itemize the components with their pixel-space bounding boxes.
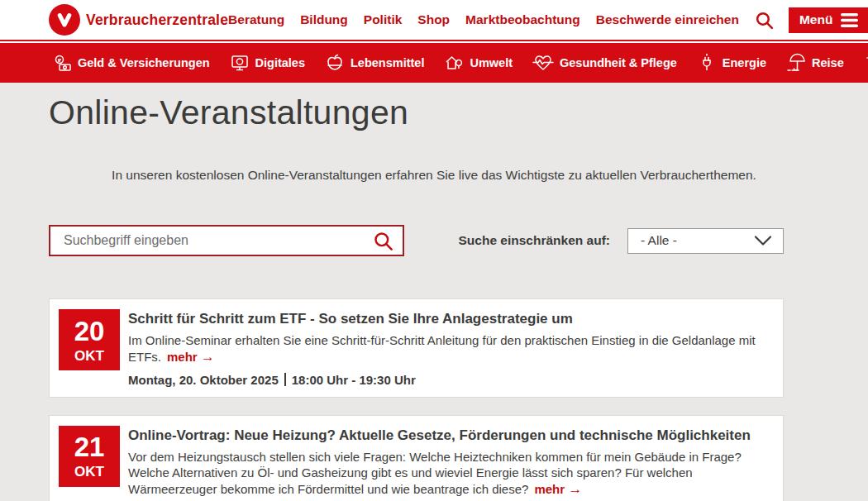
nav-item-bildung[interactable]: Bildung xyxy=(300,12,348,27)
top-header: Verbraucherzentrale Beratung Bildung Pol… xyxy=(0,0,868,41)
event-card: 21 OKT Online-Vortrag: Neue Heizung? Akt… xyxy=(49,415,784,501)
money-icon xyxy=(52,53,72,73)
category-bar: Geld & Versicherungen Digitales Lebensmi… xyxy=(0,43,868,83)
more-link[interactable]: mehr → xyxy=(167,350,214,364)
event-content: Online-Vortrag: Neue Heizung? Aktuelle G… xyxy=(128,426,774,501)
plug-icon xyxy=(697,53,717,73)
category-vertraege[interactable]: Verträge xyxy=(864,53,868,73)
more-link-label: mehr xyxy=(534,482,565,496)
category-label: Umwelt xyxy=(470,56,513,69)
category-label: Gesundheit & Pflege xyxy=(560,56,677,69)
event-content: Schritt für Schritt zum ETF - So setzen … xyxy=(128,309,774,387)
page-title: Online-Veranstaltungen xyxy=(49,93,868,132)
category-digitales[interactable]: Digitales xyxy=(230,53,305,73)
category-label: Energie xyxy=(723,56,766,69)
category-umwelt[interactable]: Umwelt xyxy=(444,53,513,73)
date-time-divider xyxy=(284,373,286,386)
category-gesundheit-pflege[interactable]: Gesundheit & Pflege xyxy=(532,53,677,73)
nav-item-beschwerde-einreichen[interactable]: Beschwerde einreichen xyxy=(596,12,739,27)
event-card: 20 OKT Schritt für Schritt zum ETF - So … xyxy=(49,298,784,398)
event-description: Im Online-Seminar erhalten Sie eine Schr… xyxy=(128,332,774,366)
nav-item-shop[interactable]: Shop xyxy=(417,12,450,27)
arrow-right-icon: → xyxy=(568,481,581,497)
search-icon xyxy=(372,230,394,252)
event-date-badge: 20 OKT xyxy=(59,309,120,370)
house-tree-icon xyxy=(444,53,464,73)
search-submit-button[interactable] xyxy=(370,228,396,254)
heart-pulse-icon xyxy=(532,53,554,73)
more-link-label: mehr xyxy=(167,350,198,364)
category-label: Reise xyxy=(812,56,844,69)
search-icon[interactable] xyxy=(754,10,775,31)
event-title[interactable]: Schritt für Schritt zum ETF - So setzen … xyxy=(128,311,774,327)
menu-button[interactable]: Menü xyxy=(789,7,868,33)
monitor-icon xyxy=(230,53,250,73)
hamburger-icon xyxy=(841,13,858,27)
category-lebensmittel[interactable]: Lebensmittel xyxy=(325,53,424,73)
event-day: 21 xyxy=(74,433,105,460)
category-reise[interactable]: Reise xyxy=(786,53,844,73)
event-description-text: Im Online-Seminar erhalten Sie eine Schr… xyxy=(128,333,756,364)
event-description-text: Vor dem Heizungstausch stellen sich viel… xyxy=(128,450,742,496)
filter-dropdown[interactable]: - Alle - xyxy=(627,228,784,254)
event-date-badge: 21 OKT xyxy=(59,426,120,487)
intro-text: In unseren kostenlosen Online-Veranstalt… xyxy=(0,168,868,183)
category-label: Digitales xyxy=(255,56,305,69)
brand-logo-icon xyxy=(49,4,80,36)
search-input[interactable] xyxy=(62,232,370,249)
event-search-section: Suche einschränken auf: - Alle - xyxy=(49,225,784,256)
chevron-down-icon xyxy=(754,235,772,246)
filter-selected-value: - Alle - xyxy=(641,233,677,248)
event-day: 20 xyxy=(74,317,105,345)
event-list: 20 OKT Schritt für Schritt zum ETF - So … xyxy=(49,298,784,501)
event-description: Vor dem Heizungstausch stellen sich viel… xyxy=(128,449,774,499)
category-label: Geld & Versicherungen xyxy=(78,56,210,69)
main-nav: Beratung Bildung Politik Shop Marktbeoba… xyxy=(228,12,739,27)
event-month: OKT xyxy=(74,465,104,479)
main-content: Online-Veranstaltungen In unseren kosten… xyxy=(0,93,868,501)
event-datetime: Montag, 20. Oktober 2025 18:00 Uhr - 19:… xyxy=(128,373,774,387)
filter-label: Suche einschränken auf: xyxy=(459,233,610,248)
brand-name: Verbraucherzentrale xyxy=(86,12,228,29)
brand-logo[interactable]: Verbraucherzentrale xyxy=(49,4,228,36)
event-time-text: 18:00 Uhr - 19:30 Uhr xyxy=(292,373,416,387)
category-energie[interactable]: Energie xyxy=(697,53,766,73)
event-search-box xyxy=(49,225,404,256)
apple-icon xyxy=(325,53,345,73)
nav-item-politik[interactable]: Politik xyxy=(364,12,403,27)
nav-item-marktbeobachtung[interactable]: Marktbeobachtung xyxy=(465,12,580,27)
event-date-text: Montag, 20. Oktober 2025 xyxy=(128,373,279,387)
category-label: Lebensmittel xyxy=(351,56,424,69)
more-link[interactable]: mehr → xyxy=(534,482,581,496)
menu-button-label: Menü xyxy=(799,12,832,27)
arrow-right-icon: → xyxy=(201,349,214,365)
cart-icon xyxy=(864,53,868,73)
search-filter-group: Suche einschränken auf: - Alle - xyxy=(459,228,784,254)
category-geld-versicherungen[interactable]: Geld & Versicherungen xyxy=(52,53,210,73)
event-title[interactable]: Online-Vortrag: Neue Heizung? Aktuelle G… xyxy=(128,427,774,444)
umbrella-icon xyxy=(786,53,806,73)
event-month: OKT xyxy=(74,349,104,363)
nav-item-beratung[interactable]: Beratung xyxy=(228,12,284,27)
